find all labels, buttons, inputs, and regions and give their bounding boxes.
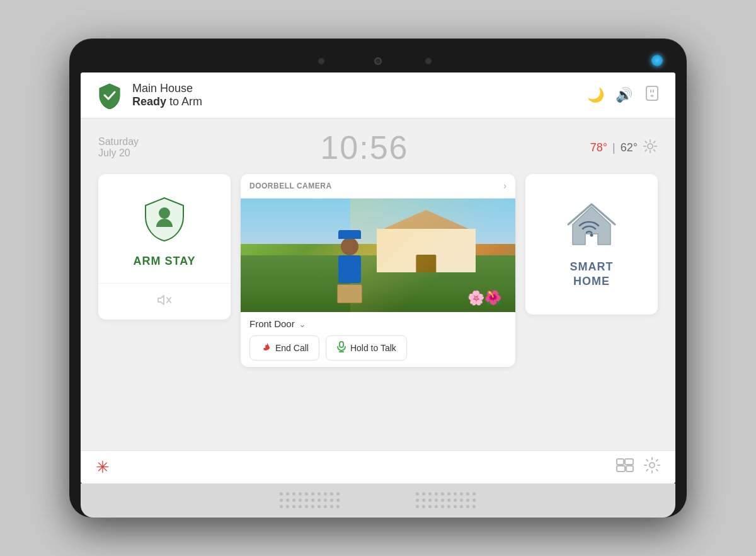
- end-call-button[interactable]: End Call: [249, 335, 319, 361]
- device-top-bar: [81, 50, 675, 72]
- screen: Main House Ready to Arm 🌙 🔊: [81, 72, 675, 484]
- arm-stay-shield-icon: [139, 194, 190, 245]
- scene-flowers: 🌸🌺: [467, 290, 501, 306]
- svg-rect-2: [653, 90, 654, 93]
- date-section: Saturday July 20: [98, 136, 139, 159]
- microphone-icon: [336, 341, 346, 355]
- header-bar: Main House Ready to Arm 🌙 🔊: [81, 72, 675, 119]
- svg-point-20: [590, 234, 593, 237]
- status-indicator-light: [651, 55, 663, 66]
- doorbell-footer: Front Door ⌄ End Call: [241, 312, 515, 367]
- bottom-right-icons: [616, 457, 660, 477]
- svg-rect-23: [617, 466, 625, 472]
- svg-line-12: [645, 149, 646, 151]
- house-body: [377, 229, 476, 272]
- svg-line-9: [645, 141, 646, 142]
- left-speaker-grill: [280, 492, 340, 509]
- header-left: Main House Ready to Arm: [96, 81, 202, 109]
- phone-end-icon: [260, 341, 272, 355]
- scene-house: [364, 210, 488, 272]
- person-hat: [338, 230, 361, 239]
- outlet-icon[interactable]: [644, 85, 660, 105]
- emergency-button[interactable]: ✳: [96, 458, 110, 477]
- location-chevron-icon[interactable]: ⌄: [299, 319, 306, 329]
- datetime-row: Saturday July 20 10:56 78° | 62°: [98, 119, 658, 174]
- svg-point-25: [650, 463, 655, 468]
- svg-line-10: [654, 149, 655, 151]
- svg-marker-14: [158, 296, 164, 304]
- moon-icon[interactable]: 🌙: [587, 87, 604, 103]
- shield-icon: [96, 81, 123, 109]
- arm-stay-card[interactable]: ARM STAY: [98, 174, 231, 320]
- smart-home-label-line1: SMART: [570, 260, 614, 274]
- location-name: Main House: [132, 82, 202, 95]
- device-frame: Main House Ready to Arm 🌙 🔊: [69, 38, 687, 518]
- smart-home-icon: [563, 199, 620, 250]
- doorbell-header: DOORBELL CAMERA ›: [241, 174, 515, 199]
- settings-button[interactable]: [644, 457, 660, 477]
- weather-low: 62°: [621, 141, 638, 154]
- main-content: Saturday July 20 10:56 78° | 62°: [81, 119, 675, 450]
- header-title: Main House Ready to Arm: [132, 82, 202, 108]
- person-box: [337, 284, 362, 303]
- svg-point-13: [159, 207, 170, 219]
- arm-stay-button[interactable]: ARM STAY: [98, 174, 231, 283]
- svg-rect-22: [625, 459, 633, 465]
- svg-rect-1: [650, 90, 651, 93]
- person-body: [338, 255, 361, 283]
- camera-dot: [374, 57, 382, 65]
- weather-high: 78°: [590, 141, 607, 154]
- mute-button[interactable]: [98, 284, 231, 320]
- smart-home-label: SMART HOME: [570, 260, 614, 289]
- bottom-bar: ✳: [81, 450, 675, 484]
- left-sensor-dot: [318, 58, 324, 64]
- doorbell-chevron-icon[interactable]: ›: [503, 180, 507, 192]
- end-call-label: End Call: [275, 343, 309, 353]
- right-speaker-grill: [416, 492, 476, 509]
- svg-line-11: [654, 141, 655, 142]
- right-sensor-dot: [425, 58, 432, 64]
- day-name: Saturday: [98, 136, 139, 148]
- grid-view-button[interactable]: [616, 458, 634, 476]
- smart-home-label-line2: HOME: [570, 274, 614, 289]
- sound-icon[interactable]: 🔊: [616, 87, 633, 103]
- doorbell-actions: End Call: [249, 335, 507, 361]
- status-bold: Ready: [132, 95, 166, 108]
- arm-stay-label: ARM STAY: [133, 255, 195, 268]
- header-right: 🌙 🔊: [587, 85, 660, 105]
- sun-icon: [643, 139, 658, 157]
- month-day: July 20: [98, 148, 139, 159]
- smart-home-card[interactable]: SMART HOME: [525, 174, 658, 315]
- person-head: [341, 238, 358, 255]
- svg-rect-0: [646, 86, 658, 100]
- location-name-label: Front Door: [249, 318, 295, 329]
- doorbell-card: DOORBELL CAMERA ›: [241, 174, 515, 367]
- svg-rect-21: [617, 459, 624, 465]
- status-text: Ready to Arm: [132, 95, 202, 108]
- svg-rect-24: [626, 466, 633, 472]
- doorbell-location: Front Door ⌄: [249, 318, 507, 329]
- svg-point-4: [648, 144, 653, 149]
- doorbell-title: DOORBELL CAMERA: [249, 182, 332, 190]
- device-bottom-speaker: [81, 484, 675, 518]
- delivery-person: [337, 238, 362, 303]
- mute-icon: [157, 292, 172, 311]
- svg-point-3: [651, 95, 654, 97]
- hold-to-talk-button[interactable]: Hold to Talk: [326, 335, 407, 361]
- weather-section: 78° | 62°: [590, 139, 658, 157]
- house-door: [416, 255, 436, 272]
- cards-row: ARM STAY: [98, 174, 658, 450]
- time-display: 10:56: [320, 129, 408, 166]
- status-rest: to Arm: [166, 95, 202, 108]
- hold-to-talk-label: Hold to Talk: [350, 343, 396, 353]
- doorbell-camera-feed: 🌸🌺: [241, 199, 515, 312]
- svg-rect-17: [340, 342, 343, 347]
- weather-separator: |: [612, 141, 616, 154]
